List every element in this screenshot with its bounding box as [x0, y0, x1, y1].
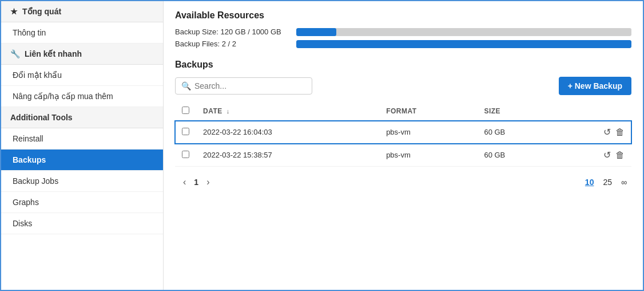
backups-title: Backups — [175, 60, 631, 70]
backups-section: Backups 🔍 + New Backup DATE ↓ — [175, 60, 631, 191]
new-backup-button[interactable]: + New Backup — [559, 77, 631, 95]
date-sort-arrow: ↓ — [226, 108, 230, 115]
search-box[interactable]: 🔍 — [175, 77, 312, 95]
sidebar-section-lien-ket-nhanh-label: Liên kết nhanh — [25, 49, 82, 58]
th-actions — [554, 102, 631, 121]
table-header-row: DATE ↓ FORMAT SIZE — [175, 102, 631, 121]
sidebar-section-tong-quat-label: Tổng quát — [22, 7, 61, 16]
search-input[interactable] — [194, 81, 306, 91]
row2-delete-icon[interactable]: 🗑 — [615, 150, 625, 160]
row2-checkbox[interactable] — [182, 151, 189, 158]
row2-date: 2022-03-22 15:38:57 — [196, 144, 379, 167]
backup-files-label: Backup Files: 2 / 2 — [175, 40, 289, 48]
page-size-all[interactable]: ∞ — [621, 178, 627, 187]
row1-actions: ↺ 🗑 — [554, 121, 631, 144]
search-icon: 🔍 — [181, 81, 191, 91]
star-icon: ★ — [10, 7, 18, 16]
backup-table: DATE ↓ FORMAT SIZE 20 — [175, 102, 631, 167]
sidebar-item-thong-tin[interactable]: Thông tin — [1, 22, 163, 44]
sidebar: ★ Tổng quát Thông tin 🔧 Liên kết nhanh Đ… — [1, 1, 164, 290]
pagination: ‹ 1 › 10 25 ∞ — [175, 174, 631, 191]
row2-format: pbs-vm — [379, 144, 477, 167]
resources-section: Available Resources Backup Size: 120 GB … — [175, 10, 631, 48]
backup-size-progress-bg — [296, 28, 631, 36]
select-all-checkbox[interactable] — [182, 107, 189, 114]
row2-actions: ↺ 🗑 — [554, 144, 631, 167]
row2-checkbox-cell — [175, 144, 196, 167]
resource-row-backup-files: Backup Files: 2 / 2 — [175, 40, 631, 48]
prev-page-button[interactable]: ‹ — [180, 176, 189, 188]
th-date[interactable]: DATE ↓ — [196, 102, 379, 121]
row2-action-icons: ↺ 🗑 — [561, 150, 625, 160]
sidebar-item-disks[interactable]: Disks — [1, 213, 163, 234]
main-content: Available Resources Backup Size: 120 GB … — [164, 1, 643, 290]
backup-size-progress-fill — [296, 28, 336, 36]
backup-files-progress-bg — [296, 40, 631, 48]
backup-files-progress-fill — [296, 40, 631, 48]
row1-delete-icon[interactable]: 🗑 — [615, 127, 625, 137]
current-page: 1 — [194, 178, 198, 187]
table-row: 2022-03-22 15:38:57 pbs-vm 60 GB ↺ 🗑 — [175, 144, 631, 167]
row2-size: 60 GB — [477, 144, 554, 167]
page-size-25[interactable]: 25 — [603, 178, 612, 187]
next-page-button[interactable]: › — [203, 176, 213, 188]
sidebar-section-additional-tools-label: Additional Tools — [10, 113, 73, 122]
backups-toolbar: 🔍 + New Backup — [175, 77, 631, 95]
th-size[interactable]: SIZE — [477, 102, 554, 121]
sidebar-item-backup-jobs[interactable]: Backup Jobs — [1, 171, 163, 192]
sidebar-item-graphs[interactable]: Graphs — [1, 192, 163, 213]
sidebar-item-backups[interactable]: Backups — [1, 150, 163, 171]
new-backup-label: + New Backup — [568, 81, 622, 91]
backup-size-label: Backup Size: 120 GB / 1000 GB — [175, 27, 289, 36]
sidebar-section-additional-tools: Additional Tools — [1, 107, 163, 128]
row2-restore-icon[interactable]: ↺ — [603, 150, 611, 160]
row1-format: pbs-vm — [379, 121, 477, 144]
resources-title: Available Resources — [175, 10, 631, 21]
resource-row-backup-size: Backup Size: 120 GB / 1000 GB — [175, 27, 631, 36]
sidebar-section-lien-ket-nhanh: 🔧 Liên kết nhanh — [1, 44, 163, 65]
page-size-10[interactable]: 10 — [585, 178, 594, 187]
th-format[interactable]: FORMAT — [379, 102, 477, 121]
table-row: 2022-03-22 16:04:03 pbs-vm 60 GB ↺ 🗑 — [175, 121, 631, 144]
row1-checkbox-cell — [175, 121, 196, 144]
sidebar-section-tong-quat: ★ Tổng quát — [1, 1, 163, 22]
row1-checkbox[interactable] — [182, 128, 189, 135]
row1-action-icons: ↺ 🗑 — [561, 127, 625, 137]
row1-date: 2022-03-22 16:04:03 — [196, 121, 379, 144]
row1-size: 60 GB — [477, 121, 554, 144]
wrench-icon: 🔧 — [10, 49, 20, 58]
row1-restore-icon[interactable]: ↺ — [603, 127, 611, 137]
sidebar-item-doi-mat-khau[interactable]: Đổi mật khẩu — [1, 65, 163, 86]
pagination-left: ‹ 1 › — [180, 176, 213, 188]
pagination-right: 10 25 ∞ — [585, 178, 627, 187]
sidebar-item-nang-cap[interactable]: Nâng cấp/hạ cấp mua thêm — [1, 86, 163, 107]
th-checkbox — [175, 102, 196, 121]
sidebar-item-reinstall[interactable]: Reinstall — [1, 128, 163, 150]
